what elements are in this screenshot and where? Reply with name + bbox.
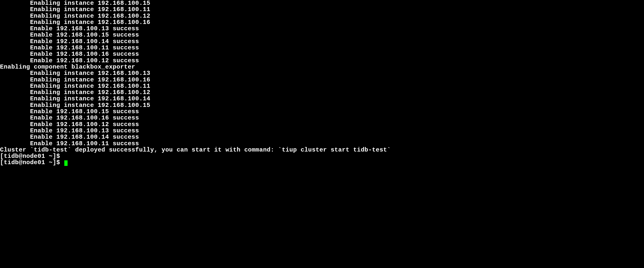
- terminal-line: Enabling instance 192.168.100.15: [0, 102, 644, 108]
- cursor-icon: [64, 160, 68, 166]
- terminal-line: Enabling instance 192.168.100.14: [0, 96, 644, 102]
- terminal-line: Enable 192.168.100.14 success: [0, 38, 644, 45]
- terminal-line: Enabling instance 192.168.100.16: [0, 19, 644, 25]
- terminal-output[interactable]: Enabling instance 192.168.100.15 Enablin…: [0, 0, 644, 166]
- terminal-line: Enable 192.168.100.15 success: [0, 32, 644, 38]
- terminal-line: Enable 192.168.100.15 success: [0, 108, 644, 115]
- terminal-line: Enabling instance 192.168.100.12: [0, 13, 644, 19]
- terminal-line: Enabling instance 192.168.100.11: [0, 83, 644, 89]
- terminal-line: Enable 192.168.100.11 success: [0, 45, 644, 51]
- terminal-line: Enabling instance 192.168.100.16: [0, 77, 644, 83]
- shell-prompt[interactable]: [tidb@node01 ~]$: [0, 159, 644, 166]
- terminal-line: Enabling instance 192.168.100.15: [0, 0, 644, 6]
- terminal-line: Enable 192.168.100.16 success: [0, 115, 644, 121]
- shell-prompt: [tidb@node01 ~]$: [0, 153, 644, 159]
- terminal-line: Enabling instance 192.168.100.12: [0, 89, 644, 96]
- terminal-line: Cluster `tidb-test` deployed successfull…: [0, 147, 644, 153]
- terminal-line: Enable 192.168.100.13 success: [0, 25, 644, 32]
- terminal-line: Enable 192.168.100.16 success: [0, 51, 644, 57]
- terminal-line: Enable 192.168.100.14 success: [0, 134, 644, 140]
- terminal-line: Enabling instance 192.168.100.13: [0, 70, 644, 76]
- terminal-line: Enable 192.168.100.12 success: [0, 57, 644, 64]
- terminal-line: Enable 192.168.100.11 success: [0, 140, 644, 147]
- terminal-line: Enabling component blackbox_exporter: [0, 64, 644, 70]
- terminal-line: Enabling instance 192.168.100.11: [0, 6, 644, 13]
- terminal-line: Enable 192.168.100.13 success: [0, 128, 644, 134]
- terminal-line: Enable 192.168.100.12 success: [0, 121, 644, 128]
